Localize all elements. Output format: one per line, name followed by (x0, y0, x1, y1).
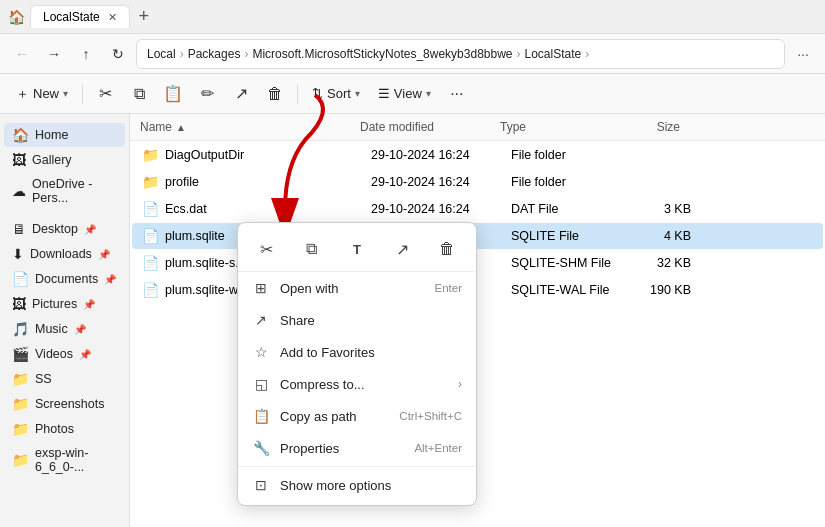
forward-icon: → (47, 46, 61, 62)
ctx-share-label: Share (280, 313, 462, 328)
ctx-properties-label: Properties (280, 441, 404, 456)
sidebar-item-music[interactable]: 🎵 Music 📌 (4, 317, 125, 341)
view-chevron: ▾ (426, 88, 431, 99)
sidebar-item-documents[interactable]: 📄 Documents 📌 (4, 267, 125, 291)
ctx-copy-path-label: Copy as path (280, 409, 389, 424)
rename-button[interactable]: ✏ (191, 78, 223, 110)
file-row-plum-sqlite[interactable]: 📄 plum.sqlite 29-10-2024 18:58 SQLITE Fi… (132, 223, 823, 249)
file-row-plum-wal[interactable]: 📄 plum.sqlite-w... 29-10-2024 16:24 SQLI… (132, 277, 823, 303)
file-row-ecsdat[interactable]: 📄 Ecs.dat 29-10-2024 16:24 DAT File 3 KB (132, 196, 823, 222)
tab-label: LocalState (43, 10, 100, 24)
sidebar-item-pictures[interactable]: 🖼 Pictures 📌 (4, 292, 125, 316)
tab-close-button[interactable]: ✕ (108, 11, 117, 24)
ctx-compress[interactable]: ◱ Compress to... › (238, 368, 476, 400)
new-button[interactable]: ＋ New ▾ (8, 81, 76, 107)
ctx-share-button[interactable]: ↗ (386, 233, 418, 265)
sidebar-item-label-ss: SS (35, 372, 52, 386)
sort-button[interactable]: ⇅ Sort ▾ (304, 82, 368, 105)
sidebar-item-ss[interactable]: 📁 SS (4, 367, 125, 391)
music-pin-icon: 📌 (74, 324, 86, 335)
sidebar-item-gallery[interactable]: 🖼 Gallery (4, 148, 125, 172)
path-segment-1: Local (147, 47, 176, 61)
properties-icon: 🔧 (252, 440, 270, 456)
up-icon: ↑ (83, 46, 90, 62)
ctx-add-favorites[interactable]: ☆ Add to Favorites (238, 336, 476, 368)
file-icon-plum-sqlite: 📄 (142, 228, 159, 244)
documents-icon: 📄 (12, 271, 29, 287)
sidebar-item-label-screenshots: Screenshots (35, 397, 104, 411)
more-icon: ··· (450, 85, 463, 103)
sidebar-item-label-exsp: exsp-win-6_6_0-... (35, 446, 117, 474)
file-type-plum-shm: SQLITE-SHM File (511, 256, 631, 270)
file-row-profile[interactable]: 📁 profile 29-10-2024 16:24 File folder (132, 169, 823, 195)
sidebar-item-label-onedrive: OneDrive - Pers... (32, 177, 117, 205)
address-path[interactable]: Local › Packages › Microsoft.MicrosoftSt… (136, 39, 785, 69)
ctx-cut-button[interactable]: ✂ (251, 233, 283, 265)
sidebar-item-photos[interactable]: 📁 Photos (4, 417, 125, 441)
tab-localstate[interactable]: LocalState ✕ (30, 5, 130, 28)
view-label: View (394, 86, 422, 101)
sidebar-item-label-home: Home (35, 128, 68, 142)
up-button[interactable]: ↑ (72, 40, 100, 68)
pictures-icon: 🖼 (12, 296, 26, 312)
desktop-pin-icon: 📌 (84, 224, 96, 235)
file-row-plum-shm[interactable]: 📄 plum.sqlite-s... 29-10-2024 16:24 SQLI… (132, 250, 823, 276)
copy-path-icon: 📋 (252, 408, 270, 424)
file-type-plum-sqlite: SQLITE File (511, 229, 631, 243)
file-list: Name ▲ Date modified Type Size 📁 DiagOut… (130, 114, 825, 527)
toolbar-sep-1 (82, 84, 83, 104)
file-name-profile: profile (165, 175, 371, 189)
col-header-name: Name ▲ (140, 120, 360, 134)
file-type-diagoutputdir: File folder (511, 148, 631, 162)
sidebar-item-label-documents: Documents (35, 272, 98, 286)
folder-icon-diagoutputdir: 📁 (142, 147, 159, 163)
sidebar-item-screenshots[interactable]: 📁 Screenshots (4, 392, 125, 416)
ctx-more-options[interactable]: ⊡ Show more options (238, 469, 476, 501)
file-size-plum-shm: 32 KB (631, 256, 691, 270)
ctx-copy-path-shortcut: Ctrl+Shift+C (399, 410, 462, 422)
sidebar-item-exsp[interactable]: 📁 exsp-win-6_6_0-... (4, 442, 125, 478)
sort-icon: ⇅ (312, 86, 323, 101)
ctx-copy-path[interactable]: 📋 Copy as path Ctrl+Shift+C (238, 400, 476, 432)
view-button[interactable]: ☰ View ▾ (370, 82, 439, 105)
ss-icon: 📁 (12, 371, 29, 387)
ctx-cut-icon: ✂ (260, 240, 273, 259)
new-tab-button[interactable]: + (130, 3, 158, 31)
ctx-share[interactable]: ↗ Share (238, 304, 476, 336)
ctx-delete-icon: 🗑 (439, 240, 455, 258)
back-button[interactable]: ← (8, 40, 36, 68)
sort-chevron: ▾ (355, 88, 360, 99)
screenshots-icon: 📁 (12, 396, 29, 412)
ctx-properties[interactable]: 🔧 Properties Alt+Enter (238, 432, 476, 464)
ctx-copy-button[interactable]: ⧉ (296, 233, 328, 265)
more-options-button[interactable]: ··· (441, 78, 473, 110)
sidebar-item-onedrive[interactable]: ☁ OneDrive - Pers... (4, 173, 125, 209)
ctx-delete-button[interactable]: 🗑 (431, 233, 463, 265)
share-button[interactable]: ↗ (225, 78, 257, 110)
file-row-diagoutputdir[interactable]: 📁 DiagOutputDir 29-10-2024 16:24 File fo… (132, 142, 823, 168)
address-ellipsis-button[interactable]: ··· (789, 40, 817, 68)
col-header-type: Type (500, 120, 620, 134)
sidebar-item-desktop[interactable]: 🖥 Desktop 📌 (4, 217, 125, 241)
forward-button[interactable]: → (40, 40, 68, 68)
paste-button[interactable]: 📋 (157, 78, 189, 110)
sidebar-item-videos[interactable]: 🎬 Videos 📌 (4, 342, 125, 366)
ctx-open-with[interactable]: ⊞ Open with Enter (238, 272, 476, 304)
ctx-rename-button[interactable]: T (341, 233, 373, 265)
cut-button[interactable]: ✂ (89, 78, 121, 110)
downloads-pin-icon: 📌 (98, 249, 110, 260)
sidebar-item-label-photos: Photos (35, 422, 74, 436)
open-with-icon: ⊞ (252, 280, 270, 296)
ctx-properties-shortcut: Alt+Enter (414, 442, 462, 454)
file-size-plum-sqlite: 4 KB (631, 229, 691, 243)
path-segment-2: Packages (188, 47, 241, 61)
refresh-button[interactable]: ↻ (104, 40, 132, 68)
sidebar-item-downloads[interactable]: ⬇ Downloads 📌 (4, 242, 125, 266)
documents-pin-icon: 📌 (104, 274, 116, 285)
col-header-date: Date modified (360, 120, 500, 134)
path-sep-2: › (244, 47, 248, 61)
col-header-size: Size (620, 120, 680, 134)
delete-button[interactable]: 🗑 (259, 78, 291, 110)
copy-button[interactable]: ⧉ (123, 78, 155, 110)
sidebar-item-home[interactable]: 🏠 Home (4, 123, 125, 147)
